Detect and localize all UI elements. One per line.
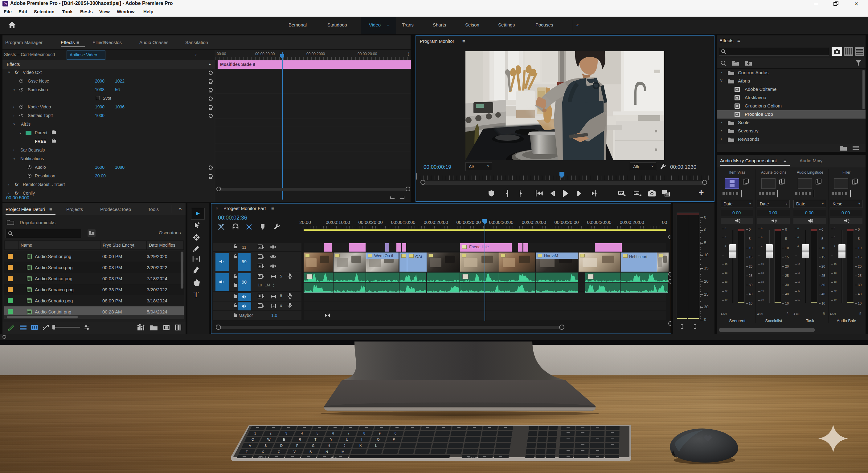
svg-text:E: E bbox=[283, 438, 285, 441]
svg-text:K: K bbox=[360, 444, 362, 447]
svg-text:9: 9 bbox=[379, 432, 381, 435]
svg-text:H: H bbox=[328, 444, 330, 447]
svg-text:2: 2 bbox=[270, 432, 272, 435]
svg-text:1: 1 bbox=[254, 432, 256, 435]
svg-text:P: P bbox=[393, 438, 395, 441]
svg-text:R: R bbox=[299, 438, 301, 441]
svg-text:J: J bbox=[344, 444, 345, 447]
svg-text:6: 6 bbox=[332, 432, 334, 435]
svg-text:5: 5 bbox=[316, 432, 318, 435]
svg-text:B: B bbox=[309, 450, 312, 453]
svg-text:L: L bbox=[375, 444, 377, 447]
svg-text:X: X bbox=[262, 450, 264, 453]
svg-text:S: S bbox=[265, 444, 267, 447]
svg-text:command: command bbox=[468, 456, 479, 459]
svg-text:0: 0 bbox=[395, 432, 396, 435]
svg-text:I: I bbox=[361, 438, 362, 441]
svg-text:8: 8 bbox=[364, 432, 365, 435]
svg-text:Z: Z bbox=[246, 450, 248, 453]
svg-text:M: M bbox=[342, 450, 344, 453]
svg-text:G: G bbox=[312, 444, 315, 447]
svg-text:U: U bbox=[346, 438, 348, 441]
svg-text:Q: Q bbox=[251, 438, 254, 441]
svg-text:F: F bbox=[296, 444, 299, 447]
svg-text:7: 7 bbox=[348, 432, 349, 435]
svg-text:4: 4 bbox=[301, 432, 303, 435]
svg-text:C: C bbox=[278, 450, 280, 453]
svg-text:option: option bbox=[330, 456, 337, 459]
svg-text:V: V bbox=[293, 450, 296, 453]
svg-text:control: control bbox=[258, 456, 266, 459]
svg-text:W: W bbox=[267, 438, 271, 441]
svg-text:D: D bbox=[280, 444, 283, 447]
svg-text:O: O bbox=[377, 438, 380, 441]
svg-text:A: A bbox=[249, 444, 251, 447]
svg-text:T: T bbox=[193, 291, 198, 298]
svg-text:N: N bbox=[326, 450, 328, 453]
svg-text:3: 3 bbox=[285, 432, 287, 435]
svg-text:T: T bbox=[314, 438, 316, 441]
svg-text:Y: Y bbox=[330, 438, 333, 441]
